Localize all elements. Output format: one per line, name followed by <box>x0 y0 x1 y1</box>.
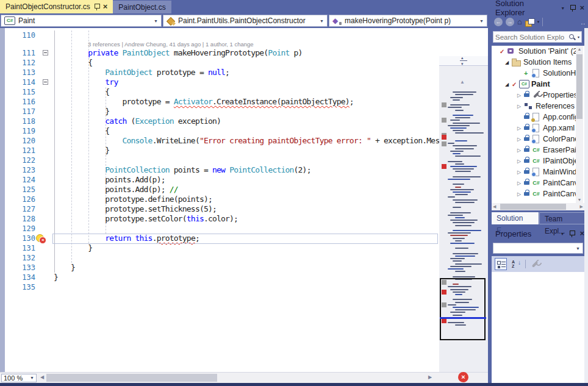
tree-horizontal-scrollbar[interactable]: ◀ ▶ <box>492 203 584 210</box>
chevron-down-icon[interactable]: ▾ <box>537 20 540 24</box>
member-dropdown[interactable]: ◆ makeHoveringPrototype(Point p) ▼ <box>329 15 487 27</box>
alphabetical-sort-icon[interactable]: A Z ↓ <box>511 259 522 270</box>
code-line[interactable]: 119 { <box>5 126 439 136</box>
expand-closed-icon[interactable]: ▷ <box>517 180 524 186</box>
code-line[interactable]: 135 <box>5 282 439 292</box>
code-line[interactable]: 115 { <box>5 87 439 97</box>
expand-closed-icon[interactable]: ▷ <box>517 159 524 164</box>
project-dropdown[interactable]: C# Paint ▼ <box>1 15 162 27</box>
code-line[interactable]: 125 points.Add(p); // <box>5 185 439 195</box>
code-line[interactable]: 134} <box>5 273 439 282</box>
tree-item-paint[interactable]: ◢✓C#Paint <box>492 79 577 90</box>
code-line[interactable]: 118 catch (Exception exception) <box>5 116 439 126</box>
tree-item-app-xaml[interactable]: ▷App.xaml <box>492 123 577 134</box>
tree-item-properties[interactable]: ▷Properties <box>492 90 577 101</box>
minimap-viewport-box[interactable] <box>440 278 486 340</box>
expand-closed-icon[interactable]: ▷ <box>517 126 524 131</box>
chevron-down-icon[interactable]: ▼ <box>576 246 580 251</box>
code-line[interactable]: 123 PointCollection points = new PointCo… <box>5 165 439 175</box>
code-line[interactable]: 127 prototype.setThickness(5); <box>5 204 439 214</box>
lightbulb-error-icon[interactable] <box>36 234 44 242</box>
horizontal-scrollbar-thumb[interactable] <box>500 204 566 210</box>
type-dropdown[interactable]: Paint.PaintUtils.PaintObjectConstructor … <box>163 15 328 27</box>
codelens-indicator[interactable]: 3 references | Andrew Cheung, 41 days ag… <box>5 40 439 48</box>
scroll-up-icon[interactable]: ▲ <box>460 79 465 85</box>
properties-object-dropdown[interactable]: ▼ <box>493 243 583 254</box>
code-line[interactable]: 121 } <box>5 146 439 155</box>
tree-item-references[interactable]: ▷References <box>492 101 577 112</box>
toolbar-overflow[interactable]: .. <box>581 19 586 26</box>
code-line[interactable]: 126 prototype.define(points); <box>5 195 439 204</box>
fold-collapse-icon[interactable] <box>43 50 48 55</box>
tree-item-eraserpaint-c[interactable]: ▷C#EraserPaint.c <box>492 145 577 155</box>
code-editor[interactable]: 1103 references | Andrew Cheung, 41 days… <box>0 28 488 372</box>
code-line[interactable]: 130 return this.prototype; <box>5 234 439 243</box>
minimap-scrollbar[interactable]: ▲ ▼ <box>439 56 488 372</box>
search-input[interactable] <box>495 34 567 41</box>
close-icon[interactable]: × <box>579 231 584 237</box>
code-line[interactable]: 122 <box>5 155 439 165</box>
code-line[interactable]: 112 { <box>5 58 439 68</box>
chevron-down-icon[interactable]: ▼ <box>154 19 158 23</box>
tree-item-mainwindow[interactable]: ▷MainWindow <box>492 166 577 177</box>
code-line[interactable]: 110 <box>5 30 439 40</box>
property-pages-wrench-icon[interactable] <box>529 259 539 269</box>
pin-icon[interactable] <box>570 4 575 12</box>
expand-closed-icon[interactable]: ▷ <box>517 93 524 98</box>
vertical-scrollbar-thumb[interactable] <box>576 54 583 119</box>
switch-views-icon[interactable] <box>525 18 534 26</box>
editor-splitter-handle[interactable] <box>439 56 488 66</box>
expand-closed-icon[interactable]: ▷ <box>517 148 524 153</box>
error-indicator-icon[interactable]: × <box>458 372 468 382</box>
tree-item-solution-items[interactable]: ◢Solution Items <box>492 57 577 68</box>
pin-icon[interactable] <box>569 230 575 238</box>
chevron-down-icon[interactable]: ▼ <box>320 19 324 23</box>
code-line[interactable]: 133 } <box>5 263 439 273</box>
fold-collapse-icon[interactable] <box>43 79 48 85</box>
document-tab[interactable]: PaintObject.cs <box>113 1 171 13</box>
expand-closed-icon[interactable]: ▷ <box>517 104 524 109</box>
window-menu-icon[interactable]: ▼ <box>560 232 564 236</box>
code-line[interactable]: 132 <box>5 253 439 263</box>
zoom-select[interactable]: 100 % ▼ <box>1 374 37 382</box>
scroll-right-icon[interactable]: ▶ <box>428 374 432 380</box>
expand-open-icon[interactable]: ◢ <box>505 82 512 87</box>
scroll-up-icon[interactable]: ▲ <box>576 47 583 51</box>
expand-open-icon[interactable]: ◢ <box>505 60 512 65</box>
document-tab[interactable]: PaintObjectConstructor.cs× <box>0 0 113 13</box>
back-icon[interactable]: ← <box>494 18 503 26</box>
scroll-left-icon[interactable]: ◀ <box>40 374 44 380</box>
close-icon[interactable]: × <box>103 3 108 10</box>
tree-item-solution-paint-2-p[interactable]: ✓Solution 'Paint' (2 p <box>492 46 577 57</box>
code-line[interactable]: 124 points.Add(p); <box>5 175 439 185</box>
tree-item-solutionhtm[interactable]: +SolutionHTM <box>492 68 577 79</box>
expand-closed-icon[interactable]: ▷ <box>517 170 524 175</box>
code-line[interactable]: 129 <box>5 224 439 234</box>
chevron-down-icon[interactable]: ▼ <box>479 19 484 23</box>
tree-vertical-scrollbar[interactable]: ▲ ▼ <box>576 46 583 203</box>
code-line[interactable]: 120 Console.WriteLine("Error creating pa… <box>5 136 439 146</box>
tree-item-paintcanvasc[interactable]: ▷C#PaintCanvasC <box>492 188 577 199</box>
tool-tab[interactable]: Solution E... <box>492 212 539 224</box>
scroll-right-icon[interactable]: ▶ <box>580 204 583 209</box>
code-line[interactable]: 114 try <box>5 77 439 87</box>
expand-closed-icon[interactable]: ▷ <box>517 191 524 197</box>
code-line[interactable]: 117 } <box>5 107 439 116</box>
code-line[interactable]: 113 PaintObject prototype = null; <box>5 68 439 77</box>
tree-item-app-config[interactable]: App.config <box>492 112 577 123</box>
solution-search-box[interactable]: ▾ <box>493 31 582 43</box>
code-line[interactable]: 111 private PaintObject makeHoveringProt… <box>5 48 439 58</box>
tree-item-colorpanel-xa[interactable]: ▷ColorPanel.xa <box>492 134 577 145</box>
tree-item-paintcanvas[interactable]: ▷C#PaintCanvas. <box>492 177 577 188</box>
search-icon[interactable] <box>568 34 576 41</box>
home-icon[interactable]: ⌂ <box>517 18 522 26</box>
code-line[interactable]: 116 prototype = Activator.CreateInstance… <box>5 97 439 107</box>
expand-closed-icon[interactable]: ▷ <box>517 137 524 142</box>
forward-icon[interactable]: → <box>506 18 514 26</box>
chevron-down-icon[interactable]: ▾ <box>578 35 579 39</box>
close-icon[interactable]: × <box>579 5 584 11</box>
scroll-left-icon[interactable]: ◀ <box>493 204 496 209</box>
categorized-icon[interactable] <box>495 258 507 270</box>
tool-tab[interactable]: Team Expl... <box>539 212 588 224</box>
tree-item-ipaintobjectc[interactable]: ▷C#IPaintObjectC <box>492 155 577 166</box>
